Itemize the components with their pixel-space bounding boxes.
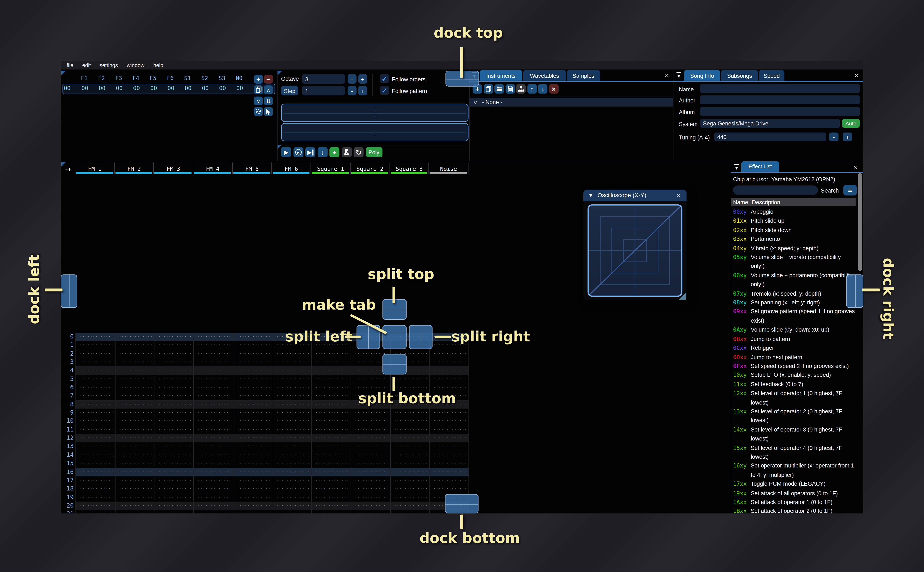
pattern-cell[interactable]: ············· — [194, 417, 233, 426]
pattern-cell[interactable]: ············· — [390, 493, 430, 502]
pattern-cell[interactable]: ············· — [194, 341, 233, 350]
pattern-cell[interactable]: ············· — [312, 459, 351, 468]
pattern-cell[interactable]: ············· — [273, 468, 312, 476]
effect-item[interactable]: 17xxToggle PCM mode (LEGACY) — [733, 479, 857, 488]
pattern-cell[interactable]: ············· — [115, 434, 154, 442]
channel-header-fm-4[interactable]: FM 4 — [193, 162, 233, 174]
pattern-cell[interactable]: ············· — [351, 476, 390, 485]
channel-header-square-2[interactable]: Square 2 — [351, 162, 390, 174]
tuning-input[interactable] — [714, 132, 826, 141]
pattern-cell[interactable]: ············· — [115, 417, 154, 426]
metronome-button[interactable] — [341, 147, 352, 157]
instrument-organize-button[interactable] — [516, 84, 526, 94]
pattern-cell[interactable]: ············· — [273, 451, 312, 459]
system-auto-button[interactable]: Auto — [842, 119, 860, 128]
channel-header-fm-6[interactable]: FM 6 — [272, 162, 312, 174]
pattern-row[interactable]: 12······································… — [61, 434, 731, 442]
menu-file[interactable]: file — [67, 62, 73, 68]
pattern-cell[interactable]: ············· — [115, 400, 154, 409]
effect-item[interactable]: 0FxxSet speed (speed 2 if no grooves exi… — [733, 362, 857, 370]
pattern-cell[interactable]: ············· — [154, 468, 194, 476]
instrument-list-item[interactable]: ○ - None - — [470, 98, 673, 107]
step-row-button[interactable]: ↓ — [318, 147, 327, 157]
channel-header-fm-5[interactable]: FM 5 — [233, 162, 272, 174]
pattern-cell[interactable]: ············· — [76, 417, 115, 426]
pattern-cell[interactable]: ············· — [430, 417, 469, 426]
pattern-cell[interactable]: ············· — [351, 468, 390, 476]
pattern-cell[interactable]: ············· — [233, 350, 273, 358]
effect-item[interactable]: 0AxyVolume slide (0y: down; x0: up) — [733, 325, 857, 334]
pattern-cell[interactable]: ············· — [390, 502, 430, 510]
effect-table-header[interactable]: Name Description — [731, 198, 855, 206]
follow-pattern-checkbox[interactable]: ✓ — [380, 86, 389, 95]
pattern-cell[interactable]: ············· — [115, 375, 154, 383]
pattern-cell[interactable]: ············· — [351, 417, 390, 426]
tab-speed[interactable]: Speed — [759, 70, 784, 81]
instrument-move-down-button[interactable]: ↓ — [538, 84, 547, 94]
pattern-cell[interactable]: ············· — [194, 400, 233, 409]
effect-list-menu-button[interactable]: ≡ — [843, 185, 857, 196]
pattern-cell[interactable]: ············· — [194, 459, 233, 468]
pattern-cell[interactable]: ············· — [194, 476, 233, 485]
repeat-pattern-button[interactable]: ↻ — [354, 147, 364, 157]
pattern-cell[interactable]: ············· — [233, 459, 273, 468]
pattern-row[interactable]: 13······································… — [61, 442, 731, 451]
pattern-cell[interactable]: ············· — [115, 392, 154, 400]
system-input[interactable] — [700, 119, 840, 128]
pattern-cell[interactable]: ············· — [76, 502, 115, 510]
pattern-cell[interactable]: ············· — [115, 350, 154, 358]
pattern-cell[interactable]: ············· — [76, 476, 115, 485]
instrument-move-up-button[interactable]: ↑ — [527, 84, 536, 94]
pattern-cell[interactable]: ············· — [273, 434, 312, 442]
pattern-cell[interactable]: ············· — [76, 341, 115, 350]
pattern-cell[interactable]: ············· — [194, 350, 233, 358]
pattern-cell[interactable]: ············· — [194, 375, 233, 383]
pattern-cell[interactable]: ············· — [154, 384, 194, 392]
pattern-cell[interactable]: ············· — [351, 510, 390, 513]
pattern-cell[interactable]: ············· — [233, 426, 273, 434]
orders-row[interactable]: 0000000000000000000000 — [62, 84, 275, 94]
pattern-cell[interactable]: ············· — [76, 333, 115, 341]
pattern-cell[interactable]: ············· — [76, 358, 115, 366]
pattern-cell[interactable]: ············· — [76, 459, 115, 468]
pattern-cell[interactable]: ············· — [233, 358, 273, 366]
pattern-cell[interactable]: ············· — [233, 333, 273, 341]
order-value[interactable]: 00 — [128, 85, 145, 92]
pattern-cell[interactable]: ············· — [154, 434, 194, 442]
step-decrease-button[interactable]: - — [348, 86, 357, 95]
pattern-cell[interactable]: ············· — [233, 442, 273, 451]
effect-item[interactable]: 11xxSet feedback (0 to 7) — [733, 380, 857, 389]
pattern-row[interactable]: 19······································… — [61, 493, 731, 502]
pattern-cell[interactable]: ············· — [312, 409, 351, 417]
pattern-cell[interactable]: ············· — [390, 459, 430, 468]
pattern-cell[interactable]: ············· — [115, 451, 154, 459]
pattern-cell[interactable]: ············· — [273, 375, 312, 383]
pattern-cell[interactable]: ············· — [390, 409, 430, 417]
pattern-cell[interactable]: ············· — [194, 451, 233, 459]
pattern-cell[interactable]: ············· — [233, 493, 273, 502]
order-change-all-button[interactable] — [254, 107, 263, 116]
pattern-cell[interactable]: ············· — [430, 375, 469, 383]
pattern-cell[interactable]: ············· — [312, 400, 351, 409]
pattern-cell[interactable]: ············· — [233, 367, 273, 375]
pattern-cell[interactable]: ············· — [273, 350, 312, 358]
effect-item[interactable]: 19xxSet attack of all operators (0 to 1F… — [733, 488, 857, 497]
pattern-cell[interactable]: ············· — [233, 409, 273, 417]
collapse-window-icon[interactable]: ▼ — [734, 164, 739, 170]
pattern-cell[interactable]: ············· — [115, 341, 154, 350]
pattern-row[interactable]: 18······································… — [61, 485, 731, 493]
pattern-cell[interactable]: ············· — [273, 384, 312, 392]
pattern-cell[interactable]: ············· — [430, 434, 469, 442]
scrollbar-thumb[interactable] — [858, 173, 862, 271]
pattern-cell[interactable]: ············· — [312, 442, 351, 451]
pattern-cell[interactable]: ············· — [233, 375, 273, 383]
order-value[interactable]: 00 — [93, 85, 111, 92]
pattern-cell[interactable]: ············· — [430, 426, 469, 434]
order-value[interactable]: 00 — [111, 85, 128, 92]
pattern-cell[interactable]: ············· — [273, 400, 312, 409]
pattern-cell[interactable]: ············· — [312, 493, 351, 502]
pattern-cell[interactable]: ············· — [115, 442, 154, 451]
collapse-window-icon[interactable]: ▼ — [676, 72, 681, 79]
pattern-cell[interactable]: ············· — [154, 493, 194, 502]
pattern-cell[interactable]: ············· — [273, 367, 312, 375]
